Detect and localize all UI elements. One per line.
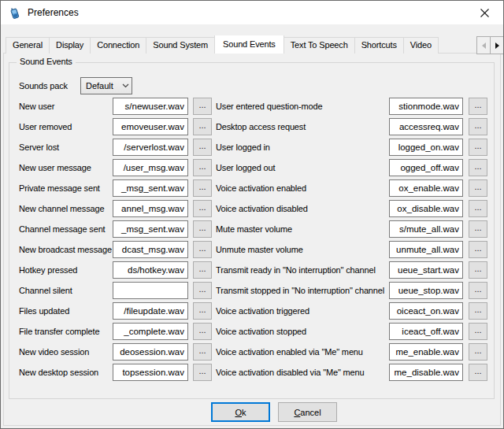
browse-button[interactable]: ... (193, 302, 212, 320)
sound-file-input[interactable] (389, 118, 463, 135)
ellipsis-label: ... (198, 203, 206, 212)
browse-button[interactable]: ... (193, 179, 212, 197)
sound-file-input[interactable] (389, 343, 463, 361)
browse-button[interactable]: ... (193, 139, 212, 156)
sound-file-input[interactable] (389, 139, 463, 156)
browse-button[interactable]: ... (469, 179, 487, 197)
sound-event-label: New user (19, 102, 113, 111)
ellipsis-label: ... (474, 224, 481, 232)
browse-button[interactable]: ... (469, 343, 487, 361)
sound-event-label: Desktop access request (216, 122, 389, 131)
sound-file-input[interactable] (389, 364, 463, 381)
sound-file-input[interactable] (113, 343, 188, 361)
ellipsis-label: ... (474, 346, 481, 355)
browse-button[interactable]: ... (469, 282, 487, 299)
browse-button[interactable]: ... (469, 98, 487, 115)
browse-button[interactable]: ... (193, 220, 212, 238)
sound-event-label: Channel silent (19, 286, 113, 295)
browse-button[interactable]: ... (469, 241, 487, 258)
tab-sound-system[interactable]: Sound System (146, 37, 215, 54)
browse-button[interactable]: ... (469, 364, 487, 381)
sound-file-input[interactable] (389, 159, 463, 176)
window-title: Preferences (28, 1, 79, 24)
sound-file-input[interactable] (389, 302, 463, 320)
browse-button[interactable]: ... (193, 98, 212, 115)
tab-scroll-right-button[interactable] (490, 36, 504, 54)
close-icon[interactable] (473, 6, 495, 20)
tab-display[interactable]: Display (49, 37, 91, 54)
browse-button[interactable]: ... (193, 282, 212, 299)
tab-shortcuts[interactable]: Shortcuts (354, 37, 404, 54)
browse-button[interactable]: ... (469, 200, 487, 217)
sound-file-input[interactable] (113, 261, 188, 279)
sound-event-row: Private message sent ... (19, 179, 212, 197)
sound-file-input[interactable] (113, 282, 188, 299)
sound-event-row: File transfer complete ... (19, 323, 212, 340)
sound-file-input[interactable] (389, 282, 463, 299)
ellipsis-label: ... (198, 142, 206, 150)
tab-scroll-left-button[interactable] (476, 36, 491, 54)
sound-events-column-left: New user ... User removed ... Server los… (19, 98, 212, 381)
sound-file-input[interactable] (113, 323, 188, 340)
sound-file-input[interactable] (113, 159, 188, 176)
sound-file-input[interactable] (113, 179, 188, 197)
sound-file-input[interactable] (389, 179, 463, 197)
cancel-button[interactable]: Cancel (278, 402, 337, 422)
sound-file-input[interactable] (389, 98, 463, 115)
sound-file-input[interactable] (113, 241, 188, 258)
sound-event-label: New desktop session (19, 368, 113, 377)
sound-file-input[interactable] (389, 200, 463, 217)
ellipsis-label: ... (474, 244, 481, 253)
sound-file-input[interactable] (389, 220, 463, 238)
sound-file-input[interactable] (389, 261, 463, 279)
browse-button[interactable]: ... (193, 323, 212, 340)
sound-file-input[interactable] (113, 220, 188, 238)
sound-event-label: Unmute master volume (216, 245, 389, 254)
sound-event-row: Unmute master volume ... (216, 241, 487, 258)
ellipsis-label: ... (474, 305, 481, 314)
sound-file-input[interactable] (389, 323, 463, 340)
sound-file-input[interactable] (389, 241, 463, 258)
sound-event-row: Voice activation enabled via "Me" menu .… (216, 343, 487, 361)
sound-file-input[interactable] (113, 139, 188, 156)
sound-event-label: Files updated (19, 306, 113, 316)
sound-event-label: File transfer complete (19, 327, 113, 336)
browse-button[interactable]: ... (469, 159, 487, 176)
browse-button[interactable]: ... (469, 261, 487, 279)
sound-event-label: User logged out (216, 163, 389, 172)
browse-button[interactable]: ... (193, 364, 212, 381)
browse-button[interactable]: ... (193, 343, 212, 361)
browse-button[interactable]: ... (193, 241, 212, 258)
browse-button[interactable]: ... (469, 118, 487, 135)
sound-file-input[interactable] (113, 98, 188, 115)
browse-button[interactable]: ... (469, 323, 487, 340)
sound-event-row: New user message ... (19, 159, 212, 176)
browse-button[interactable]: ... (469, 220, 487, 238)
ellipsis-label: ... (474, 121, 481, 130)
ellipsis-label: ... (198, 264, 206, 273)
ellipsis-label: ... (474, 183, 481, 191)
browse-button[interactable]: ... (193, 118, 212, 135)
tab-video[interactable]: Video (403, 37, 439, 54)
sound-file-input[interactable] (113, 118, 188, 135)
browse-button[interactable]: ... (193, 261, 212, 279)
tab-general[interactable]: General (6, 37, 50, 54)
tab-connection[interactable]: Connection (90, 37, 146, 54)
chevron-down-icon (119, 83, 132, 88)
sound-event-row: New video session ... (19, 343, 212, 361)
browse-button[interactable]: ... (469, 302, 487, 320)
sound-event-label: New video session (19, 347, 113, 357)
browse-button[interactable]: ... (193, 200, 212, 217)
browse-button[interactable]: ... (469, 139, 487, 156)
sound-event-row: User logged in ... (216, 139, 487, 156)
tab-text-to-speech[interactable]: Text To Speech (284, 37, 355, 54)
sound-file-input[interactable] (113, 200, 188, 217)
browse-button[interactable]: ... (193, 159, 212, 176)
sounds-pack-select[interactable]: Default (80, 77, 132, 94)
sound-file-input[interactable] (113, 364, 188, 381)
tab-sound-events[interactable]: Sound Events (214, 35, 284, 54)
ok-button-label: Ok (235, 408, 246, 417)
ok-button[interactable]: Ok (211, 402, 270, 422)
sound-event-label: Private message sent (19, 183, 113, 193)
sound-file-input[interactable] (113, 302, 188, 320)
